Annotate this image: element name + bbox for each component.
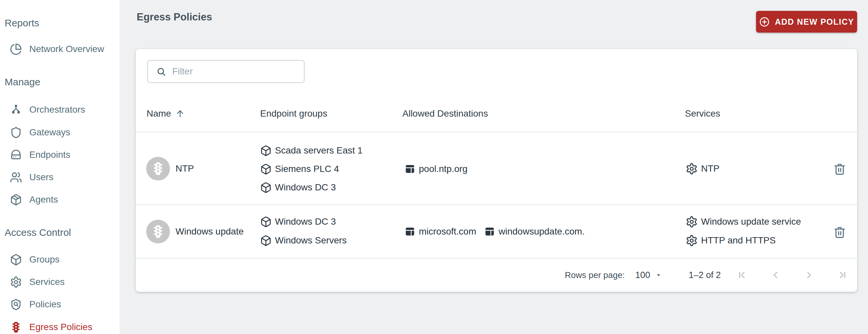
previous-page-icon [770,270,781,280]
policy-name: NTP [176,162,194,175]
box-icon [260,145,272,156]
box-icon [260,235,272,246]
egress-policies-card: Name Endpoint groups Allowed Destination… [136,49,857,292]
delete-policy-button[interactable] [832,225,847,240]
sidebar-item-egress-policies[interactable]: Egress Policies [10,320,92,334]
policy-avatar [146,220,170,243]
package-icon [10,194,22,206]
plus-circle-icon [759,17,770,27]
add-new-policy-button[interactable]: ADD NEW POLICY [756,11,857,33]
divider [136,258,857,259]
next-page-icon [804,270,814,280]
sidebar-item-label: Users [29,172,53,182]
sidebar-item-groups[interactable]: Groups [10,252,60,267]
delete-policy-button[interactable] [832,161,847,177]
traffic-light-icon [151,224,165,239]
rows-per-page-select[interactable]: 100 [635,270,662,280]
column-header-allowed-destinations[interactable]: Allowed Destinations [402,107,488,120]
search-icon [156,66,166,77]
endpoint-group-item: Windows DC 3 [260,181,336,194]
sidebar-item-label: Agents [29,194,58,205]
sidebar-item-label: Groups [29,254,60,265]
previous-page-button[interactable] [770,270,781,280]
policy-name: Windows update [176,225,244,238]
policy-avatar [146,157,170,181]
next-page-button[interactable] [804,270,814,280]
server-icon [10,149,22,161]
first-page-button[interactable] [737,270,747,280]
sidebar-item-label: Endpoints [29,150,70,160]
pie-chart-icon [10,43,22,55]
box-icon [260,182,272,193]
sidebar-item-label: Services [29,277,65,287]
add-new-policy-label: ADD NEW POLICY [775,17,854,27]
sidebar-item-endpoints[interactable]: Endpoints [10,147,70,162]
gear-icon [10,276,22,288]
sidebar-section-reports: Reports [5,16,39,30]
pagination: Rows per page: 100 1–2 of 2 [565,263,848,287]
service-item: NTP [686,162,719,175]
endpoint-group-item: Windows DC 3 [260,215,336,228]
box-icon [260,163,272,175]
network-icon [10,104,22,116]
last-page-button[interactable] [837,270,848,280]
column-header-services[interactable]: Services [685,107,720,120]
last-page-icon [837,270,848,280]
sidebar-item-orchestrators[interactable]: Orchestrators [10,102,85,117]
box-icon [260,216,272,227]
trash-icon [833,225,846,239]
filter-field [147,60,305,83]
column-header-name[interactable]: Name [147,107,185,120]
sidebar-item-services[interactable]: Services [10,274,65,290]
sidebar-item-label: Network Overview [29,44,104,54]
pagination-nav [737,270,848,280]
page-title: Egress Policies [137,11,212,23]
endpoint-group-item: Windows Servers [260,234,347,247]
users-icon [10,171,22,183]
sidebar-section-access-control: Access Control [5,225,71,240]
trash-icon [833,162,846,176]
sidebar-item-label: Egress Policies [29,322,92,332]
divider [136,132,857,132]
destination-item: windowsupdate.com. [484,225,585,238]
gear-icon [686,235,698,247]
sidebar-item-gateways[interactable]: Gateways [10,125,70,140]
rows-per-page-label: Rows per page: [565,270,625,280]
service-item: Windows update service [686,215,801,228]
browser-icon [404,163,415,175]
column-header-endpoint-groups[interactable]: Endpoint groups [260,107,327,120]
destination-list: microsoft.com windowsupdate.com. [404,225,585,238]
service-item: HTTP and HTTPS [686,234,776,247]
divider [136,204,857,205]
traffic-light-icon [151,161,165,176]
filter-input[interactable] [172,66,304,77]
sidebar-section-manage: Manage [5,75,40,89]
endpoint-group-item: Scada servers East 1 [260,144,363,157]
browser-icon [484,226,495,237]
page-range-label: 1–2 of 2 [688,270,721,280]
caret-down-icon [655,271,662,279]
sidebar-item-users[interactable]: Users [10,170,53,185]
traffic-light-icon [10,321,22,333]
shield-icon [10,126,22,139]
first-page-icon [737,270,747,280]
shield-search-icon [10,298,22,311]
destination-item: microsoft.com [404,225,476,238]
sidebar: Reports Network Overview Manage Orchestr… [0,0,120,334]
gear-icon [686,216,698,228]
sidebar-item-label: Gateways [29,127,70,138]
rows-per-page-value: 100 [635,270,650,280]
sidebar-item-agents[interactable]: Agents [10,192,58,207]
sidebar-item-policies[interactable]: Policies [10,297,61,312]
browser-icon [404,226,415,237]
box-icon [10,254,22,266]
endpoint-group-item: Siemens PLC 4 [260,162,339,176]
sidebar-item-label: Orchestrators [29,104,85,115]
sidebar-item-network-overview[interactable]: Network Overview [10,41,104,57]
sort-ascending-icon [175,109,185,119]
sidebar-item-label: Policies [29,299,61,310]
gear-icon [686,163,698,175]
destination-item: pool.ntp.org [404,162,468,176]
